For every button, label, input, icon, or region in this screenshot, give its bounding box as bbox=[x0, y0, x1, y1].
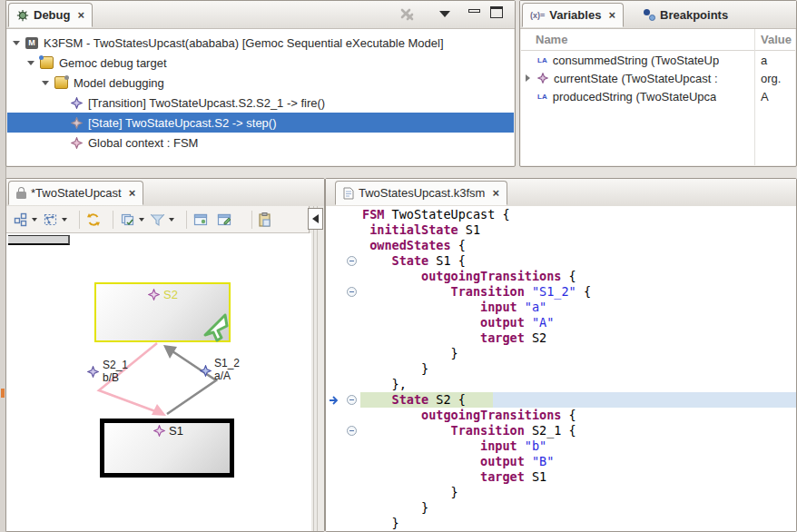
export-diagram-button[interactable] bbox=[193, 213, 208, 226]
debug-tree-row[interactable]: Gemoc debug target bbox=[7, 53, 514, 73]
state-s1-label[interactable]: S1 bbox=[153, 424, 183, 438]
transition-star-icon bbox=[200, 365, 212, 377]
trim-marker bbox=[1, 389, 5, 398]
refresh-button[interactable] bbox=[86, 212, 101, 227]
transition-s1-to-s2-edge bbox=[167, 350, 216, 414]
expander-icon[interactable] bbox=[13, 41, 20, 45]
tab-debug[interactable]: Debug × bbox=[8, 3, 93, 27]
code-line[interactable]: outgoingTransitions { bbox=[362, 269, 796, 284]
variables-rows[interactable]: LAconsummedString (TwoStateUpacurrentSta… bbox=[521, 51, 795, 105]
code-line[interactable]: input "a" bbox=[362, 300, 796, 315]
code-line[interactable]: target S2 bbox=[362, 330, 796, 346]
close-icon[interactable]: × bbox=[492, 186, 499, 200]
code-line[interactable]: initialState S1 bbox=[362, 222, 796, 238]
paste-button[interactable] bbox=[259, 212, 271, 227]
code-line[interactable]: } bbox=[362, 516, 796, 531]
code-editor: TwoStatesUpcast.k3fsm × FSM TwoStateUpca… bbox=[325, 178, 797, 532]
toolbar-separator bbox=[251, 211, 252, 229]
edit-properties-button[interactable] bbox=[217, 213, 231, 226]
variable-value: A bbox=[761, 90, 769, 103]
maximize-icon[interactable] bbox=[490, 6, 503, 18]
layers-button[interactable] bbox=[120, 212, 144, 227]
transition-s1-2-label[interactable]: S1_2 a/A bbox=[214, 357, 240, 382]
state-star-icon bbox=[148, 289, 160, 300]
toolbar-separator bbox=[79, 211, 80, 229]
select-mode-button[interactable] bbox=[43, 212, 67, 227]
dropdown-caret-icon[interactable] bbox=[139, 218, 144, 222]
code-line[interactable]: State S2 { bbox=[362, 392, 796, 408]
code-line[interactable]: State S1 { bbox=[362, 253, 796, 269]
code-line[interactable]: } bbox=[362, 500, 796, 516]
code-line[interactable]: ownedStates { bbox=[362, 238, 796, 253]
tab-breakpoints[interactable]: Breakpoints bbox=[636, 3, 735, 27]
state-s2-label[interactable]: S2 bbox=[148, 288, 178, 301]
variable-value: org. bbox=[761, 72, 781, 85]
instruction-pointer-icon bbox=[329, 395, 341, 406]
debug-tree-row[interactable]: MK3FSM - TwoStatesUpcast(abababa) [Gemoc… bbox=[7, 33, 514, 53]
palette-collapse-button[interactable] bbox=[308, 208, 323, 230]
debug-tree-row[interactable]: [State] TwoStateUpcast.S2 -> step() bbox=[7, 113, 514, 133]
diagram-canvas[interactable]: S2 S1 S2_1 b/B S1_2 bbox=[6, 233, 311, 531]
variables-content: Name Value LAconsummedString (TwoStateUp… bbox=[521, 29, 795, 165]
state-star-icon bbox=[71, 117, 83, 129]
debug-tree[interactable]: MK3FSM - TwoStatesUpcast(abababa) [Gemoc… bbox=[7, 29, 514, 165]
column-value[interactable]: Value bbox=[761, 33, 792, 46]
expander-icon[interactable] bbox=[42, 81, 49, 85]
code-line[interactable]: } bbox=[362, 361, 796, 377]
tree-item-label: [Transition] TwoStateUpcast.S2.S2_1 -> f… bbox=[88, 96, 325, 110]
variable-row[interactable]: LAconsummedString (TwoStateUpa bbox=[521, 51, 795, 69]
code-lines[interactable]: FSM TwoStateUpcast { initialState S1 own… bbox=[362, 207, 796, 531]
debug-bug-icon bbox=[16, 9, 29, 22]
remove-all-terminated-icon[interactable] bbox=[399, 7, 414, 22]
tab-k3fsm[interactable]: TwoStatesUpcast.k3fsm × bbox=[335, 181, 507, 205]
transition-edges[interactable] bbox=[6, 233, 311, 531]
close-icon[interactable]: × bbox=[608, 8, 615, 22]
variable-row[interactable]: LAproducedString (TwoStateUpcaA bbox=[521, 87, 795, 105]
variables-tab-label: Variables bbox=[549, 8, 601, 22]
code-line[interactable]: } bbox=[362, 485, 796, 500]
code-line[interactable]: input "b" bbox=[362, 438, 796, 454]
expander-icon[interactable] bbox=[526, 74, 530, 82]
code-line[interactable]: outgoingTransitions { bbox=[362, 408, 796, 423]
close-icon[interactable]: × bbox=[129, 186, 136, 200]
variable-row[interactable]: currentState (TwoStateUpcast :org. bbox=[521, 69, 795, 87]
code-line[interactable]: output "B" bbox=[362, 454, 796, 469]
tab-diagram[interactable]: *TwoStateUpcast × bbox=[8, 181, 143, 205]
debug-tree-row[interactable]: [Transition] TwoStateUpcast.S2.S2_1 -> f… bbox=[7, 93, 514, 113]
code-line[interactable]: FSM TwoStateUpcast { bbox=[362, 207, 796, 222]
debug-tree-row[interactable]: Global context : FSM bbox=[7, 133, 514, 153]
variable-name: consummedString (TwoStateUp bbox=[553, 54, 720, 67]
gutter bbox=[326, 206, 362, 531]
code-line[interactable]: Transition "S1_2" { bbox=[362, 284, 796, 300]
tab-variables[interactable]: (x)= Variables × bbox=[522, 3, 624, 27]
code-line[interactable]: }, bbox=[362, 377, 796, 392]
code-line[interactable]: output "A" bbox=[362, 315, 796, 330]
object-variable-icon bbox=[537, 73, 548, 84]
fold-collapse-icon[interactable] bbox=[347, 426, 357, 436]
fold-collapse-icon[interactable] bbox=[347, 256, 357, 266]
filters-button[interactable] bbox=[150, 212, 174, 227]
column-name[interactable]: Name bbox=[536, 33, 567, 46]
string-variable-icon: LA bbox=[537, 93, 547, 101]
transition-s2-1-label[interactable]: S2_1 b/B bbox=[103, 359, 128, 384]
dropdown-caret-icon[interactable] bbox=[32, 218, 37, 222]
fold-collapse-icon[interactable] bbox=[347, 287, 357, 297]
eclipse-workbench: Debug × MK3FSM - TwoStatesUpcast(abababa… bbox=[0, 0, 797, 532]
code-line[interactable]: Transition S2_1 { bbox=[362, 423, 796, 438]
close-icon[interactable]: × bbox=[77, 8, 84, 22]
minimize-icon[interactable] bbox=[468, 9, 480, 13]
code-line[interactable]: target S1 bbox=[362, 469, 796, 485]
code-area[interactable]: FSM TwoStateUpcast { initialState S1 own… bbox=[326, 206, 796, 531]
view-menu-icon[interactable] bbox=[439, 11, 450, 17]
code-line[interactable]: } bbox=[362, 346, 796, 361]
breakpoints-tab-label: Breakpoints bbox=[660, 8, 728, 22]
dropdown-caret-icon[interactable] bbox=[169, 218, 174, 222]
expander-icon[interactable] bbox=[27, 61, 34, 65]
debug-tree-row[interactable]: Model debugging bbox=[7, 73, 514, 93]
toolbar-separator bbox=[186, 211, 187, 229]
variables-xeq-icon: (x)= bbox=[530, 11, 545, 20]
arrange-all-button[interactable] bbox=[14, 212, 37, 227]
tree-item-label: [State] TwoStateUpcast.S2 -> step() bbox=[88, 116, 277, 130]
dropdown-caret-icon[interactable] bbox=[62, 218, 67, 222]
fold-collapse-icon[interactable] bbox=[347, 395, 357, 405]
